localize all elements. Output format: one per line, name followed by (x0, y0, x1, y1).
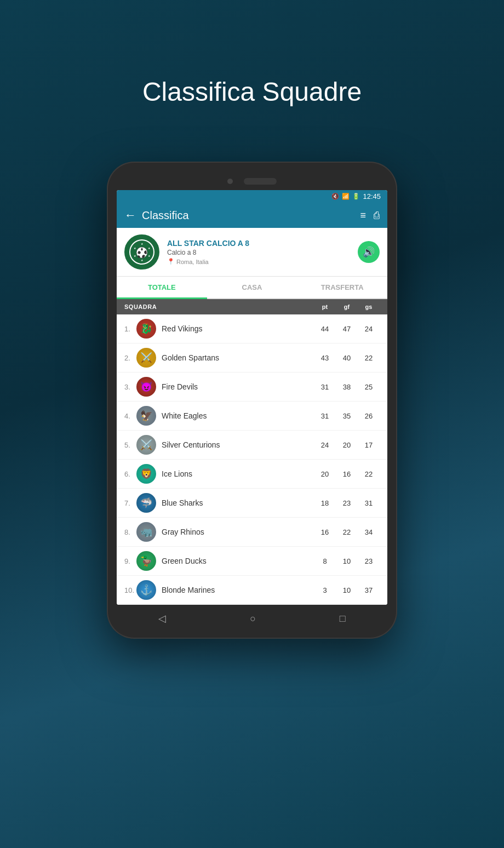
team-pt: 24 (314, 441, 336, 449)
team-gf: 38 (336, 383, 358, 391)
phone-shell: 🔇 📶 🔋 12:45 ← Classifica ≡ ⎙ ★ ★ (107, 162, 397, 639)
team-logo: ⚓ (136, 580, 156, 600)
table-row[interactable]: 4. 🦅 White Eagles 31 35 26 (117, 402, 387, 431)
team-logo: 🦆 (136, 551, 156, 571)
team-gf: 20 (336, 441, 358, 449)
team-gs: 37 (358, 586, 380, 594)
location-pin-icon: 📍 (167, 258, 175, 265)
phone-screen: 🔇 📶 🔋 12:45 ← Classifica ≡ ⎙ ★ ★ (117, 190, 387, 605)
team-pt: 8 (314, 557, 336, 565)
status-bar: 🔇 📶 🔋 12:45 (117, 190, 387, 203)
team-name: Blue Sharks (162, 499, 314, 507)
speaker-grille (244, 178, 277, 185)
league-name: ALL STAR CALCIO A 8 (167, 239, 350, 248)
team-name: Blonde Marines (162, 586, 314, 594)
team-name: Gray Rhinos (162, 528, 314, 536)
team-gs: 26 (358, 412, 380, 420)
front-camera (227, 179, 233, 184)
nav-recent-button[interactable]: □ (340, 613, 346, 624)
table-header: SQUADRA pt gf gs (117, 299, 387, 314)
col-gf-header: gf (336, 303, 358, 310)
col-pt-header: pt (314, 303, 336, 310)
table-row[interactable]: 10. ⚓ Blonde Marines 3 10 37 (117, 576, 387, 605)
team-gs: 24 (358, 325, 380, 333)
league-location: 📍 Roma, Italia (167, 258, 350, 265)
share-icon[interactable]: ⎙ (374, 210, 380, 221)
team-rank: 9. (124, 557, 136, 565)
team-name: Fire Devils (162, 382, 314, 391)
mute-icon: 🔇 (331, 193, 339, 200)
team-rank: 7. (124, 499, 136, 507)
league-type: Calcio a 8 (167, 249, 350, 256)
team-name: Golden Spartans (162, 353, 314, 362)
audio-button[interactable]: 🔊 (358, 241, 380, 263)
team-pt: 44 (314, 325, 336, 333)
team-pt: 31 (314, 383, 336, 391)
nav-back-button[interactable]: ◁ (158, 612, 166, 624)
status-icons: 🔇 📶 🔋 12:45 (331, 192, 381, 200)
team-logo: ⚔️ (136, 435, 156, 455)
team-gs: 22 (358, 470, 380, 478)
team-gf: 22 (336, 528, 358, 536)
team-pt: 31 (314, 412, 336, 420)
table-row[interactable]: 3. 😈 Fire Devils 31 38 25 (117, 373, 387, 402)
table-row[interactable]: 2. ⚔️ Golden Spartans 43 40 22 (117, 343, 387, 373)
table-row[interactable]: 1. 🐉 Red Vikings 44 47 24 (117, 314, 387, 343)
team-name: White Eagles (162, 411, 314, 420)
team-rank: 2. (124, 354, 136, 362)
team-name: Ice Lions (162, 469, 314, 478)
team-name: Green Ducks (162, 557, 314, 565)
back-button[interactable]: ← (124, 208, 136, 222)
list-icon[interactable]: ≡ (360, 210, 366, 221)
table-row[interactable]: 7. 🦈 Blue Sharks 18 23 31 (117, 489, 387, 518)
team-gf: 10 (336, 557, 358, 565)
team-logo: ⚔️ (136, 348, 156, 368)
team-gf: 35 (336, 412, 358, 420)
team-pt: 20 (314, 470, 336, 478)
team-logo: 😈 (136, 377, 156, 397)
team-pt: 3 (314, 586, 336, 594)
table-row[interactable]: 8. 🦏 Gray Rhinos 16 22 34 (117, 518, 387, 547)
team-gs: 31 (358, 499, 380, 507)
app-bar: ← Classifica ≡ ⎙ (117, 203, 387, 228)
table-row[interactable]: 6. 🦁 Ice Lions 20 16 22 (117, 460, 387, 489)
team-gs: 34 (358, 528, 380, 536)
team-name: Silver Centurions (162, 440, 314, 449)
team-logo: 🐉 (136, 319, 156, 339)
team-gf: 23 (336, 499, 358, 507)
team-rank: 1. (124, 325, 136, 333)
team-rank: 6. (124, 470, 136, 478)
app-bar-icons: ≡ ⎙ (360, 210, 380, 221)
nav-home-button[interactable]: ○ (250, 613, 256, 624)
team-pt: 43 (314, 354, 336, 362)
team-logo: 🦈 (136, 493, 156, 513)
team-logo: 🦅 (136, 406, 156, 426)
tabs: TOTALE CASA TRASFERTA (117, 277, 387, 299)
signal-icon: 📶 (342, 193, 350, 200)
team-gf: 16 (336, 470, 358, 478)
team-logo: 🦁 (136, 464, 156, 484)
team-logo: 🦏 (136, 522, 156, 542)
team-name: Red Vikings (162, 324, 314, 333)
team-pt: 18 (314, 499, 336, 507)
tab-trasferta[interactable]: TRASFERTA (297, 277, 387, 298)
table-row[interactable]: 5. ⚔️ Silver Centurions 24 20 17 (117, 431, 387, 460)
team-rank: 5. (124, 441, 136, 449)
col-gs-header: gs (358, 303, 380, 310)
team-gs: 25 (358, 383, 380, 391)
team-gs: 22 (358, 354, 380, 362)
league-info: ALL STAR CALCIO A 8 Calcio a 8 📍 Roma, I… (167, 239, 350, 265)
team-rank: 3. (124, 383, 136, 391)
league-header: ★ ★ ★ ★ ★ ★ ALL STAR CALCIO A 8 Ca (117, 228, 387, 277)
team-gs: 17 (358, 441, 380, 449)
team-gs: 23 (358, 557, 380, 565)
team-rank: 8. (124, 528, 136, 536)
col-squadra-header: SQUADRA (124, 303, 314, 310)
audio-icon: 🔊 (363, 246, 375, 258)
team-pt: 16 (314, 528, 336, 536)
team-rank: 4. (124, 412, 136, 420)
tab-totale[interactable]: TOTALE (117, 277, 207, 298)
team-gf: 40 (336, 354, 358, 362)
table-row[interactable]: 9. 🦆 Green Ducks 8 10 23 (117, 547, 387, 576)
tab-casa[interactable]: CASA (207, 277, 297, 298)
